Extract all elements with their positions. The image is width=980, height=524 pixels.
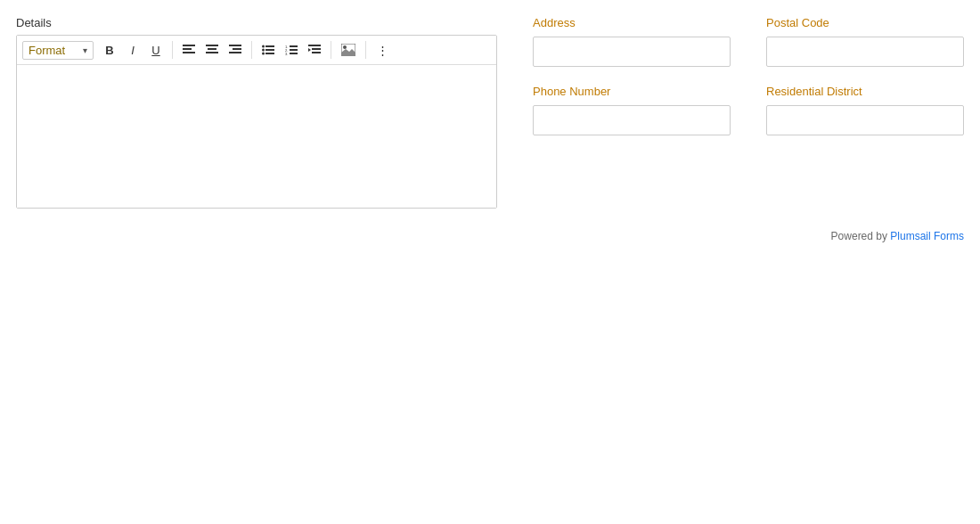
svg-rect-14 <box>265 53 274 54</box>
svg-rect-10 <box>265 45 274 47</box>
italic-button[interactable]: I <box>122 39 143 61</box>
bold-button[interactable]: B <box>99 39 120 61</box>
details-section: Details Format ▾ B I U <box>16 16 497 209</box>
fields-row-2: Phone Number Residential District <box>533 85 964 135</box>
plumsail-forms-link[interactable]: Plumsail Forms <box>890 230 964 242</box>
postal-code-input[interactable] <box>766 37 964 67</box>
address-field-group: Address <box>533 16 731 67</box>
residential-district-input[interactable] <box>766 105 964 135</box>
svg-rect-20 <box>290 53 298 54</box>
postal-code-label: Postal Code <box>766 16 964 29</box>
form-fields-section: Address Postal Code Phone Number Residen… <box>533 16 964 209</box>
svg-rect-1 <box>183 48 192 50</box>
phone-number-field-group: Phone Number <box>533 85 731 135</box>
svg-rect-22 <box>312 48 321 50</box>
svg-point-26 <box>343 45 347 49</box>
editor-toolbar: Format ▾ B I U <box>17 36 496 65</box>
align-left-icon <box>183 45 195 55</box>
svg-rect-3 <box>206 45 218 46</box>
toolbar-divider-2 <box>251 41 252 59</box>
ordered-list-icon: 1. 2. 3. <box>285 45 298 55</box>
residential-district-field-group: Residential District <box>766 85 964 135</box>
indent-icon <box>308 45 321 55</box>
residential-district-label: Residential District <box>766 85 964 98</box>
svg-rect-23 <box>312 52 321 53</box>
svg-point-9 <box>262 45 265 48</box>
svg-marker-24 <box>308 48 311 52</box>
svg-rect-12 <box>265 49 274 51</box>
format-dropdown[interactable]: Format ▾ <box>22 41 94 60</box>
toolbar-divider-4 <box>365 41 366 59</box>
toolbar-divider-1 <box>172 41 173 59</box>
more-options-button[interactable]: ⋮ <box>372 39 393 61</box>
indent-button[interactable] <box>304 39 325 61</box>
svg-point-13 <box>262 53 265 55</box>
editor-content-area[interactable] <box>17 65 496 208</box>
svg-text:3.: 3. <box>285 52 288 55</box>
phone-number-input[interactable] <box>533 105 731 135</box>
align-right-icon <box>229 45 241 55</box>
svg-rect-16 <box>290 45 298 47</box>
insert-image-button[interactable] <box>337 39 360 61</box>
align-center-button[interactable] <box>201 39 223 61</box>
unordered-list-button[interactable] <box>257 39 279 61</box>
svg-rect-7 <box>233 48 241 50</box>
svg-rect-5 <box>206 52 218 53</box>
svg-rect-8 <box>229 52 241 53</box>
unordered-list-icon <box>262 45 274 55</box>
ordered-list-button[interactable]: 1. 2. 3. <box>281 39 302 61</box>
svg-rect-18 <box>290 49 298 51</box>
align-center-icon <box>206 45 218 55</box>
svg-rect-6 <box>229 45 241 46</box>
svg-rect-0 <box>183 45 195 46</box>
align-left-button[interactable] <box>178 39 200 61</box>
format-dropdown-label: Format <box>29 44 65 57</box>
address-label: Address <box>533 16 731 29</box>
chevron-down-icon: ▾ <box>83 45 87 55</box>
svg-rect-2 <box>183 52 195 53</box>
phone-number-label: Phone Number <box>533 85 731 98</box>
postal-code-field-group: Postal Code <box>766 16 964 67</box>
image-icon <box>341 44 355 56</box>
align-right-button[interactable] <box>225 39 246 61</box>
details-label: Details <box>16 16 497 29</box>
powered-by-text: Powered by <box>831 230 891 242</box>
editor-wrapper: Format ▾ B I U <box>16 35 497 209</box>
svg-rect-21 <box>308 45 321 46</box>
toolbar-divider-3 <box>331 41 331 59</box>
address-input[interactable] <box>533 37 731 67</box>
underline-button[interactable]: U <box>145 39 167 61</box>
svg-point-11 <box>262 49 265 52</box>
powered-by-footer: Powered by Plumsail Forms <box>831 230 964 242</box>
fields-row-1: Address Postal Code <box>533 16 964 67</box>
svg-rect-4 <box>208 48 216 50</box>
